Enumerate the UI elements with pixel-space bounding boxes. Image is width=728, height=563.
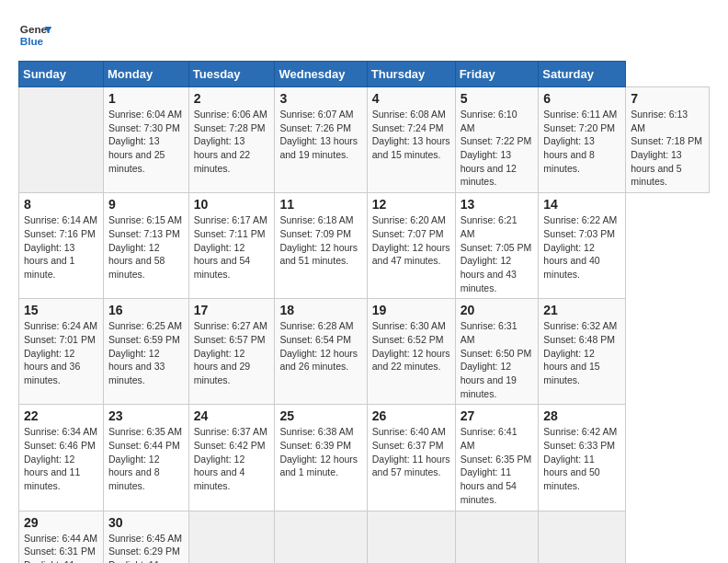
day-cell-19: 19 Sunrise: 6:30 AMSunset: 6:52 PMDaylig… [367,299,455,405]
day-number: 21 [543,303,620,317]
day-number: 16 [108,303,184,317]
day-number: 19 [372,303,450,317]
day-number: 18 [279,303,361,317]
day-info: Sunrise: 6:38 AMSunset: 6:39 PMDaylight:… [279,426,358,477]
day-cell-8: 8 Sunrise: 6:14 AMSunset: 7:16 PMDayligh… [19,193,104,299]
day-cell-14: 14 Sunrise: 6:22 AMSunset: 7:03 PMDaylig… [539,193,626,299]
logo: General Blue [18,18,51,52]
day-number: 8 [24,197,98,212]
day-number: 29 [24,515,98,530]
day-info: Sunrise: 6:22 AMSunset: 7:03 PMDaylight:… [543,214,617,280]
day-cell-1: 1 Sunrise: 6:04 AMSunset: 7:30 PMDayligh… [104,87,189,193]
day-cell-23: 23 Sunrise: 6:35 AMSunset: 6:44 PMDaylig… [104,405,189,511]
weekday-header-thursday: Thursday [367,62,455,87]
day-info: Sunrise: 6:31 AMSunset: 6:50 PMDaylight:… [461,320,532,398]
weekday-header-friday: Friday [455,62,539,87]
day-info: Sunrise: 6:41 AMSunset: 6:35 PMDaylight:… [461,426,532,504]
day-info: Sunrise: 6:25 AMSunset: 6:59 PMDaylight:… [108,320,182,385]
day-info: Sunrise: 6:34 AMSunset: 6:46 PMDaylight:… [24,426,97,491]
day-cell-22: 22 Sunrise: 6:34 AMSunset: 6:46 PMDaylig… [19,405,104,511]
day-info: Sunrise: 6:06 AMSunset: 7:28 PMDaylight:… [194,109,267,174]
day-number: 15 [24,303,98,317]
day-cell-16: 16 Sunrise: 6:25 AMSunset: 6:59 PMDaylig… [104,299,189,405]
day-info: Sunrise: 6:27 AMSunset: 6:57 PMDaylight:… [194,320,267,385]
day-number: 23 [108,408,184,423]
day-cell-2: 2 Sunrise: 6:06 AMSunset: 7:28 PMDayligh… [188,87,275,193]
weekday-header-saturday: Saturday [539,62,626,87]
day-number: 24 [194,408,270,423]
day-number: 27 [461,408,534,423]
day-info: Sunrise: 6:10 AMSunset: 7:22 PMDaylight:… [461,109,532,187]
weekday-header-sunday: Sunday [19,62,104,87]
header: General Blue [18,18,710,52]
day-cell-12: 12 Sunrise: 6:20 AMSunset: 7:07 PMDaylig… [367,193,455,299]
day-number: 1 [108,91,184,106]
day-cell-17: 17 Sunrise: 6:27 AMSunset: 6:57 PMDaylig… [188,299,275,405]
day-info: Sunrise: 6:45 AMSunset: 6:29 PMDaylight:… [108,533,182,564]
day-info: Sunrise: 6:17 AMSunset: 7:11 PMDaylight:… [194,214,267,280]
day-info: Sunrise: 6:18 AMSunset: 7:09 PMDaylight:… [279,214,358,266]
day-info: Sunrise: 6:20 AMSunset: 7:07 PMDaylight:… [372,214,450,266]
weekday-header-monday: Monday [104,62,189,87]
day-number: 26 [372,408,450,423]
day-info: Sunrise: 6:04 AMSunset: 7:30 PMDaylight:… [108,109,182,174]
day-number: 9 [108,197,184,212]
day-cell-28: 28 Sunrise: 6:42 AMSunset: 6:33 PMDaylig… [539,405,626,511]
day-number: 2 [194,91,270,106]
day-number: 5 [461,91,534,106]
day-number: 28 [543,408,620,423]
day-number: 13 [461,197,534,212]
empty-cell [455,511,539,563]
day-cell-27: 27 Sunrise: 6:41 AMSunset: 6:35 PMDaylig… [455,405,539,511]
week-row-2: 8 Sunrise: 6:14 AMSunset: 7:16 PMDayligh… [19,193,710,299]
day-info: Sunrise: 6:08 AMSunset: 7:24 PMDaylight:… [372,109,450,160]
day-cell-24: 24 Sunrise: 6:37 AMSunset: 6:42 PMDaylig… [188,405,275,511]
day-info: Sunrise: 6:42 AMSunset: 6:33 PMDaylight:… [543,426,617,491]
day-number: 12 [372,197,450,212]
day-cell-13: 13 Sunrise: 6:21 AMSunset: 7:05 PMDaylig… [455,193,539,299]
day-cell-18: 18 Sunrise: 6:28 AMSunset: 6:54 PMDaylig… [275,299,367,405]
day-cell-4: 4 Sunrise: 6:08 AMSunset: 7:24 PMDayligh… [367,87,455,193]
empty-cell [275,511,367,563]
day-number: 25 [279,408,361,423]
weekday-header-row: SundayMondayTuesdayWednesdayThursdayFrid… [19,62,710,87]
day-info: Sunrise: 6:37 AMSunset: 6:42 PMDaylight:… [194,426,267,491]
calendar: SundayMondayTuesdayWednesdayThursdayFrid… [18,61,710,563]
day-number: 11 [279,197,361,212]
day-info: Sunrise: 6:28 AMSunset: 6:54 PMDaylight:… [279,320,358,372]
week-row-3: 15 Sunrise: 6:24 AMSunset: 7:01 PMDaylig… [19,299,710,405]
day-info: Sunrise: 6:24 AMSunset: 7:01 PMDaylight:… [24,320,97,385]
day-cell-11: 11 Sunrise: 6:18 AMSunset: 7:09 PMDaylig… [275,193,367,299]
day-cell-5: 5 Sunrise: 6:10 AMSunset: 7:22 PMDayligh… [455,87,539,193]
day-cell-26: 26 Sunrise: 6:40 AMSunset: 6:37 PMDaylig… [367,405,455,511]
empty-cell [367,511,455,563]
day-info: Sunrise: 6:32 AMSunset: 6:48 PMDaylight:… [543,320,617,385]
empty-cell [539,511,626,563]
day-info: Sunrise: 6:30 AMSunset: 6:52 PMDaylight:… [372,320,450,372]
week-row-5: 29 Sunrise: 6:44 AMSunset: 6:31 PMDaylig… [19,511,710,563]
day-cell-9: 9 Sunrise: 6:15 AMSunset: 7:13 PMDayligh… [104,193,189,299]
day-info: Sunrise: 6:14 AMSunset: 7:16 PMDaylight:… [24,214,97,280]
logo-icon: General Blue [18,18,51,52]
day-cell-21: 21 Sunrise: 6:32 AMSunset: 6:48 PMDaylig… [539,299,626,405]
day-number: 7 [631,91,704,106]
day-info: Sunrise: 6:15 AMSunset: 7:13 PMDaylight:… [108,214,182,280]
day-number: 20 [461,303,534,317]
week-row-4: 22 Sunrise: 6:34 AMSunset: 6:46 PMDaylig… [19,405,710,511]
day-cell-10: 10 Sunrise: 6:17 AMSunset: 7:11 PMDaylig… [188,193,275,299]
day-info: Sunrise: 6:11 AMSunset: 7:20 PMDaylight:… [543,109,617,174]
day-info: Sunrise: 6:44 AMSunset: 6:31 PMDaylight:… [24,533,97,564]
weekday-header-tuesday: Tuesday [188,62,275,87]
empty-cell [188,511,275,563]
empty-cell [19,87,104,193]
day-number: 3 [279,91,361,106]
day-cell-30: 30 Sunrise: 6:45 AMSunset: 6:29 PMDaylig… [104,511,189,563]
day-number: 10 [194,197,270,212]
day-cell-29: 29 Sunrise: 6:44 AMSunset: 6:31 PMDaylig… [19,511,104,563]
day-cell-25: 25 Sunrise: 6:38 AMSunset: 6:39 PMDaylig… [275,405,367,511]
weekday-header-wednesday: Wednesday [275,62,367,87]
day-cell-3: 3 Sunrise: 6:07 AMSunset: 7:26 PMDayligh… [275,87,367,193]
day-info: Sunrise: 6:21 AMSunset: 7:05 PMDaylight:… [461,214,532,293]
day-info: Sunrise: 6:40 AMSunset: 6:37 PMDaylight:… [372,426,450,477]
svg-text:Blue: Blue [20,35,44,47]
